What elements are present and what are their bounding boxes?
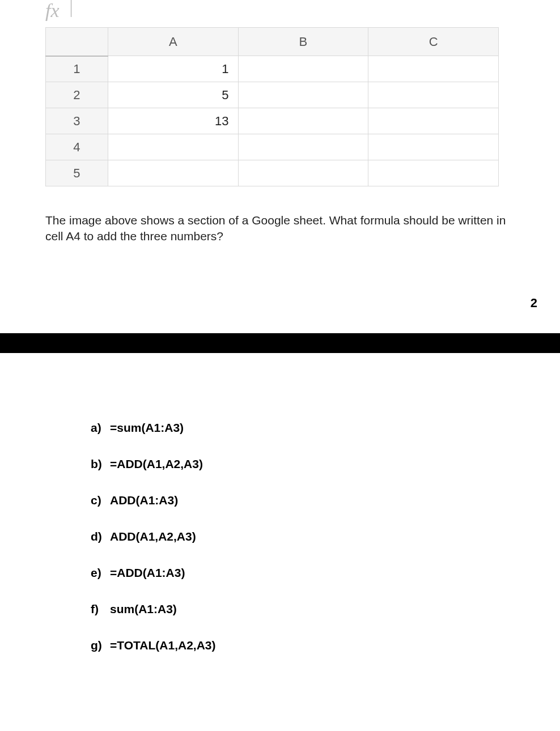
column-header-B[interactable]: B bbox=[238, 28, 368, 56]
cell-B4[interactable] bbox=[238, 134, 368, 160]
option-letter: c) bbox=[91, 494, 110, 507]
formula-bar-caret bbox=[71, 0, 71, 17]
cell-A4[interactable] bbox=[108, 134, 238, 160]
option-letter: a) bbox=[91, 421, 110, 435]
option-letter: e) bbox=[91, 566, 110, 580]
option-f: f) sum(A1:A3) bbox=[91, 602, 560, 616]
option-text: =ADD(A1,A2,A3) bbox=[110, 457, 203, 471]
option-a: a) =sum(A1:A3) bbox=[91, 421, 560, 435]
cell-A1[interactable]: 1 bbox=[108, 56, 238, 82]
option-letter: g) bbox=[91, 639, 110, 652]
option-text: =TOTAL(A1,A2,A3) bbox=[110, 639, 216, 652]
row-header-4[interactable]: 4 bbox=[46, 134, 108, 160]
option-letter: d) bbox=[91, 530, 110, 543]
formula-bar: fx bbox=[0, 0, 560, 27]
cell-C2[interactable] bbox=[368, 82, 499, 108]
option-text: =ADD(A1:A3) bbox=[110, 566, 185, 580]
cell-A5[interactable] bbox=[108, 160, 238, 186]
cell-C4[interactable] bbox=[368, 134, 499, 160]
row-header-3[interactable]: 3 bbox=[46, 108, 108, 134]
cell-B1[interactable] bbox=[238, 56, 368, 82]
spreadsheet-grid: A B C 1 1 2 5 3 13 bbox=[45, 27, 499, 186]
cell-B5[interactable] bbox=[238, 160, 368, 186]
cell-A2[interactable]: 5 bbox=[108, 82, 238, 108]
cell-B2[interactable] bbox=[238, 82, 368, 108]
column-header-C[interactable]: C bbox=[368, 28, 499, 56]
option-text: ADD(A1:A3) bbox=[110, 494, 178, 507]
option-e: e) =ADD(A1:A3) bbox=[91, 566, 560, 580]
upper-page: fx A B C 1 1 2 5 bbox=[0, 0, 560, 333]
cell-C5[interactable] bbox=[368, 160, 499, 186]
option-text: ADD(A1,A2,A3) bbox=[110, 530, 196, 543]
option-b: b) =ADD(A1,A2,A3) bbox=[91, 457, 560, 471]
option-letter: b) bbox=[91, 457, 110, 471]
option-d: d) ADD(A1,A2,A3) bbox=[91, 530, 560, 543]
column-header-A[interactable]: A bbox=[108, 28, 238, 56]
row-header-1[interactable]: 1 bbox=[46, 56, 108, 82]
option-text: sum(A1:A3) bbox=[110, 602, 177, 616]
page-number: 2 bbox=[0, 245, 560, 316]
option-g: g) =TOTAL(A1,A2,A3) bbox=[91, 639, 560, 652]
option-letter: f) bbox=[91, 602, 110, 616]
cell-C3[interactable] bbox=[368, 108, 499, 134]
answer-options: a) =sum(A1:A3) b) =ADD(A1,A2,A3) c) ADD(… bbox=[0, 353, 560, 703]
option-text: =sum(A1:A3) bbox=[110, 421, 184, 435]
option-c: c) ADD(A1:A3) bbox=[91, 494, 560, 507]
corner-cell[interactable] bbox=[46, 28, 108, 56]
question-text: The image above shows a section of a Goo… bbox=[0, 186, 560, 245]
cell-B3[interactable] bbox=[238, 108, 368, 134]
fx-icon: fx bbox=[45, 0, 60, 22]
page-divider-bar bbox=[0, 333, 560, 353]
cell-C1[interactable] bbox=[368, 56, 499, 82]
row-header-5[interactable]: 5 bbox=[46, 160, 108, 186]
row-header-2[interactable]: 2 bbox=[46, 82, 108, 108]
cell-A3[interactable]: 13 bbox=[108, 108, 238, 134]
